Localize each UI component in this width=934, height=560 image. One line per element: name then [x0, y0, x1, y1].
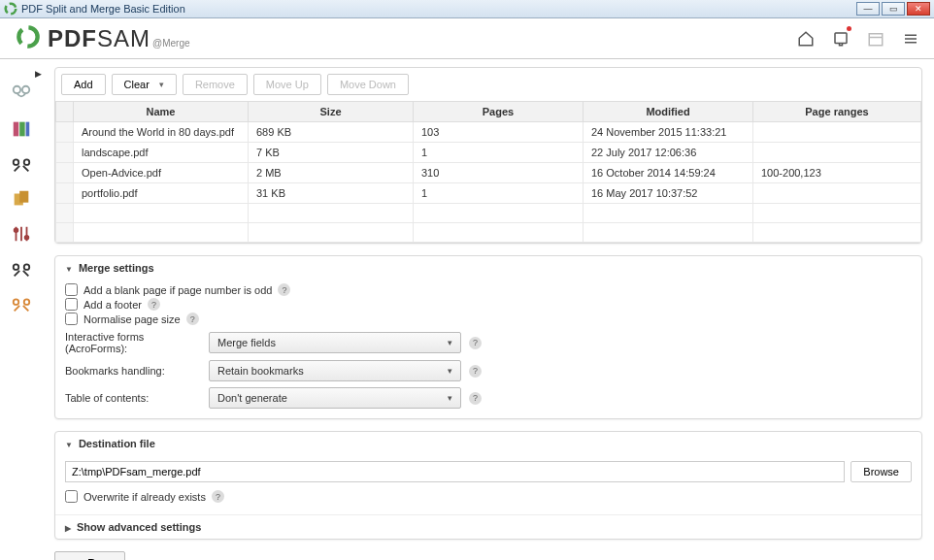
help-icon[interactable]: ? — [469, 337, 482, 349]
sidebar-expand-icon[interactable]: ▶ — [35, 69, 42, 79]
titlebar: PDF Split and Merge Basic Edition — ▭ ✕ — [0, 0, 934, 18]
sidebar-alternate-icon[interactable] — [10, 117, 33, 141]
col-pages[interactable]: Pages — [414, 102, 584, 122]
toc-select[interactable]: Don't generate — [209, 387, 461, 409]
merge-settings-header[interactable]: Merge settings — [55, 256, 921, 280]
moveup-button[interactable]: Move Up — [253, 74, 321, 95]
maximize-button[interactable]: ▭ — [882, 2, 905, 16]
table-row[interactable]: landscape.pdf 7 KB 1 22 July 2017 12:06:… — [56, 143, 921, 163]
svg-point-22 — [24, 299, 30, 305]
destination-input[interactable] — [65, 461, 845, 482]
file-panel: Add Clear Remove Move Up Move Down Name … — [54, 67, 922, 244]
normalise-checkbox-row: Normalise page size ? — [65, 313, 912, 325]
svg-point-13 — [14, 159, 19, 165]
svg-rect-10 — [14, 122, 19, 137]
svg-point-8 — [14, 86, 20, 93]
table-row[interactable]: Open-Advice.pdf 2 MB 310 16 October 2014… — [56, 163, 921, 183]
col-size[interactable]: Size — [249, 102, 414, 122]
col-modified[interactable]: Modified — [584, 102, 753, 122]
clear-button[interactable]: Clear — [112, 74, 177, 95]
sidebar — [0, 59, 43, 560]
forms-label: Interactive forms (AcroForms): — [65, 331, 201, 354]
svg-rect-12 — [26, 122, 30, 137]
row-number-header — [56, 102, 74, 122]
odd-page-checkbox-row: Add a blank page if page number is odd ? — [65, 283, 912, 296]
col-name[interactable]: Name — [74, 102, 249, 122]
toc-label: Table of contents: — [65, 392, 201, 404]
table-row[interactable]: portfolio.pdf 31 KB 1 16 May 2017 10:37:… — [56, 183, 921, 204]
app-icon — [4, 2, 17, 16]
overwrite-checkbox-row: Overwrite if already exists ? — [65, 490, 912, 503]
table-row[interactable] — [56, 223, 921, 243]
svg-point-0 — [6, 4, 17, 15]
destination-header[interactable]: Destination file — [55, 432, 921, 455]
svg-point-21 — [14, 299, 19, 305]
sidebar-extract-icon[interactable] — [10, 222, 33, 246]
svg-point-17 — [15, 229, 18, 233]
home-icon[interactable] — [792, 25, 819, 52]
close-button[interactable]: ✕ — [907, 2, 930, 16]
sidebar-splitsize-icon[interactable] — [10, 257, 33, 280]
advanced-toggle[interactable]: Show advanced settings — [55, 514, 921, 539]
help-icon[interactable]: ? — [278, 283, 290, 296]
svg-rect-16 — [19, 191, 28, 203]
footer-checkbox-row: Add a footer ? — [65, 298, 912, 311]
destination-panel: Destination file Browse Overwrite if alr… — [54, 431, 922, 540]
logo-icon — [15, 23, 42, 53]
sidebar-splitbookmarks-icon[interactable] — [10, 292, 33, 315]
app-header: PDFSAM @Merge — [0, 18, 934, 59]
add-button[interactable]: Add — [61, 74, 106, 95]
footer-checkbox[interactable] — [65, 298, 78, 311]
file-table[interactable]: Name Size Pages Modified Page ranges Aro… — [55, 101, 921, 243]
svg-point-20 — [24, 264, 30, 270]
bookmarks-select[interactable]: Retain bookmarks — [209, 360, 461, 381]
svg-rect-3 — [869, 33, 883, 45]
table-row[interactable] — [56, 204, 921, 223]
table-row[interactable]: Around the World in 80 days.pdf 689 KB 1… — [56, 122, 921, 143]
normalise-checkbox[interactable] — [65, 313, 78, 325]
calendar-icon[interactable] — [862, 25, 889, 52]
odd-page-checkbox[interactable] — [65, 283, 78, 296]
sidebar-merge-icon[interactable] — [10, 82, 33, 106]
run-button[interactable]: ▶ Run — [54, 551, 125, 560]
movedown-button[interactable]: Move Down — [327, 74, 409, 95]
brand-text: PDFSAM @Merge — [48, 25, 190, 52]
overwrite-checkbox[interactable] — [65, 490, 78, 503]
help-icon[interactable]: ? — [212, 490, 224, 503]
svg-point-18 — [25, 236, 29, 240]
sidebar-split-icon[interactable] — [10, 152, 33, 176]
notifications-icon[interactable] — [827, 25, 854, 52]
help-icon[interactable]: ? — [469, 392, 482, 405]
svg-point-14 — [24, 159, 30, 165]
remove-button[interactable]: Remove — [183, 74, 248, 95]
svg-point-19 — [14, 264, 19, 270]
help-icon[interactable]: ? — [469, 365, 482, 378]
help-icon[interactable]: ? — [186, 313, 199, 325]
help-icon[interactable]: ? — [148, 298, 160, 311]
merge-settings-panel: Merge settings Add a blank page if page … — [54, 255, 922, 419]
svg-point-1 — [18, 27, 37, 46]
svg-point-9 — [22, 86, 29, 93]
menu-icon[interactable] — [897, 25, 924, 52]
window-title: PDF Split and Merge Basic Edition — [21, 3, 856, 15]
breadcrumb: @Merge — [152, 38, 190, 49]
minimize-button[interactable]: — — [856, 2, 880, 16]
bookmarks-label: Bookmarks handling: — [65, 365, 201, 377]
sidebar-rotate-icon[interactable] — [10, 187, 33, 211]
svg-rect-2 — [835, 33, 847, 44]
col-ranges[interactable]: Page ranges — [753, 102, 921, 122]
svg-rect-11 — [19, 122, 25, 137]
browse-button[interactable]: Browse — [851, 461, 912, 482]
forms-select[interactable]: Merge fields — [209, 332, 461, 353]
